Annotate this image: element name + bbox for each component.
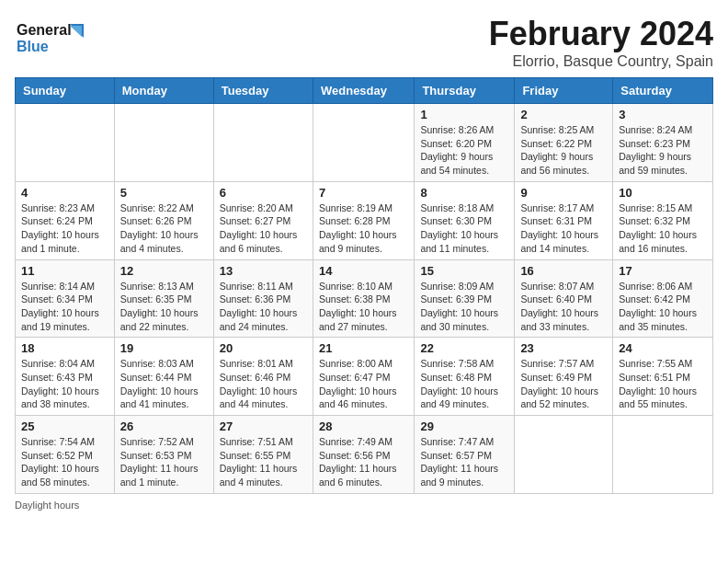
calendar-cell — [515, 416, 613, 494]
calendar-week-row: 11Sunrise: 8:14 AMSunset: 6:34 PMDayligh… — [16, 259, 713, 338]
day-info: Sunrise: 7:55 AMSunset: 6:51 PMDaylight:… — [619, 357, 707, 411]
svg-text:General: General — [17, 22, 72, 38]
calendar-cell: 7Sunrise: 8:19 AMSunset: 6:28 PMDaylight… — [313, 181, 414, 259]
calendar-day-header: Wednesday — [313, 78, 414, 104]
calendar-cell — [16, 104, 115, 182]
day-number: 7 — [319, 186, 408, 200]
calendar-cell: 28Sunrise: 7:49 AMSunset: 6:56 PMDayligh… — [313, 416, 414, 494]
page-subtitle: Elorrio, Basque Country, Spain — [489, 53, 713, 70]
calendar-day-header: Saturday — [613, 78, 713, 104]
calendar-cell: 23Sunrise: 7:57 AMSunset: 6:49 PMDayligh… — [515, 338, 613, 416]
calendar-cell: 4Sunrise: 8:23 AMSunset: 6:24 PMDaylight… — [16, 181, 115, 259]
calendar-cell: 29Sunrise: 7:47 AMSunset: 6:57 PMDayligh… — [415, 416, 515, 494]
day-info: Sunrise: 8:26 AMSunset: 6:20 PMDaylight:… — [420, 123, 508, 178]
day-info: Sunrise: 7:52 AMSunset: 6:53 PMDaylight:… — [120, 435, 208, 489]
day-number: 3 — [619, 108, 707, 121]
calendar-day-header: Thursday — [415, 78, 515, 104]
calendar-cell: 21Sunrise: 8:00 AMSunset: 6:47 PMDayligh… — [313, 338, 414, 416]
day-number: 24 — [619, 341, 707, 355]
day-info: Sunrise: 8:15 AMSunset: 6:32 PMDaylight:… — [619, 201, 707, 256]
day-number: 17 — [619, 264, 707, 278]
day-info: Sunrise: 8:20 AMSunset: 6:27 PMDaylight:… — [220, 201, 307, 256]
day-number: 4 — [21, 186, 108, 200]
day-info: Sunrise: 8:07 AMSunset: 6:40 PMDaylight:… — [520, 280, 607, 334]
calendar-day-header: Tuesday — [213, 78, 313, 104]
calendar-cell: 24Sunrise: 7:55 AMSunset: 6:51 PMDayligh… — [613, 338, 713, 416]
day-info: Sunrise: 7:49 AMSunset: 6:56 PMDaylight:… — [319, 435, 408, 489]
calendar-week-row: 25Sunrise: 7:54 AMSunset: 6:52 PMDayligh… — [16, 416, 713, 494]
day-number: 26 — [120, 419, 208, 433]
calendar-header-row: SundayMondayTuesdayWednesdayThursdayFrid… — [16, 78, 713, 104]
day-info: Sunrise: 8:04 AMSunset: 6:43 PMDaylight:… — [21, 357, 108, 411]
calendar-cell: 8Sunrise: 8:18 AMSunset: 6:30 PMDaylight… — [415, 181, 515, 259]
day-number: 22 — [420, 341, 508, 355]
day-number: 9 — [520, 186, 607, 200]
day-number: 11 — [21, 264, 108, 278]
calendar-cell: 3Sunrise: 8:24 AMSunset: 6:23 PMDaylight… — [613, 104, 713, 182]
calendar-week-row: 4Sunrise: 8:23 AMSunset: 6:24 PMDaylight… — [16, 181, 713, 259]
calendar-week-row: 1Sunrise: 8:26 AMSunset: 6:20 PMDaylight… — [16, 104, 713, 182]
day-number: 28 — [319, 419, 408, 433]
calendar-cell — [613, 416, 713, 494]
day-number: 18 — [21, 341, 108, 355]
calendar-cell: 18Sunrise: 8:04 AMSunset: 6:43 PMDayligh… — [16, 338, 115, 416]
calendar-cell — [213, 104, 313, 182]
calendar-cell: 6Sunrise: 8:20 AMSunset: 6:27 PMDaylight… — [213, 181, 313, 259]
calendar-cell: 22Sunrise: 7:58 AMSunset: 6:48 PMDayligh… — [415, 338, 515, 416]
day-info: Sunrise: 7:51 AMSunset: 6:55 PMDaylight:… — [220, 435, 307, 489]
day-info: Sunrise: 7:47 AMSunset: 6:57 PMDaylight:… — [420, 435, 508, 489]
footer-note: Daylight hours — [15, 500, 713, 511]
day-number: 14 — [319, 264, 408, 278]
day-number: 15 — [420, 264, 508, 278]
calendar-cell: 20Sunrise: 8:01 AMSunset: 6:46 PMDayligh… — [213, 338, 313, 416]
day-info: Sunrise: 8:09 AMSunset: 6:39 PMDaylight:… — [420, 280, 508, 334]
calendar-cell: 26Sunrise: 7:52 AMSunset: 6:53 PMDayligh… — [114, 416, 213, 494]
day-info: Sunrise: 8:18 AMSunset: 6:30 PMDaylight:… — [420, 201, 508, 256]
calendar-cell: 10Sunrise: 8:15 AMSunset: 6:32 PMDayligh… — [613, 181, 713, 259]
day-info: Sunrise: 7:54 AMSunset: 6:52 PMDaylight:… — [21, 435, 108, 489]
day-info: Sunrise: 8:17 AMSunset: 6:31 PMDaylight:… — [520, 201, 607, 256]
day-info: Sunrise: 8:03 AMSunset: 6:44 PMDaylight:… — [120, 357, 208, 411]
logo-icon: General Blue — [15, 15, 88, 61]
logo-area: General Blue — [15, 15, 88, 64]
calendar-cell: 17Sunrise: 8:06 AMSunset: 6:42 PMDayligh… — [613, 259, 713, 338]
header: General Blue February 2024 Elorrio, Basq… — [15, 15, 713, 70]
calendar-cell: 15Sunrise: 8:09 AMSunset: 6:39 PMDayligh… — [415, 259, 515, 338]
day-info: Sunrise: 8:13 AMSunset: 6:35 PMDaylight:… — [120, 280, 208, 334]
calendar-cell: 11Sunrise: 8:14 AMSunset: 6:34 PMDayligh… — [16, 259, 115, 338]
calendar-cell: 1Sunrise: 8:26 AMSunset: 6:20 PMDaylight… — [415, 104, 515, 182]
calendar-table: SundayMondayTuesdayWednesdayThursdayFrid… — [15, 77, 713, 494]
calendar-day-header: Friday — [515, 78, 613, 104]
calendar-cell — [114, 104, 213, 182]
title-area: February 2024 Elorrio, Basque Country, S… — [489, 15, 713, 70]
day-number: 6 — [220, 186, 307, 200]
day-number: 5 — [120, 186, 208, 200]
day-info: Sunrise: 8:23 AMSunset: 6:24 PMDaylight:… — [21, 201, 108, 256]
day-number: 29 — [420, 419, 508, 433]
calendar-cell — [313, 104, 414, 182]
calendar-cell: 9Sunrise: 8:17 AMSunset: 6:31 PMDaylight… — [515, 181, 613, 259]
calendar-cell: 25Sunrise: 7:54 AMSunset: 6:52 PMDayligh… — [16, 416, 115, 494]
calendar-cell: 13Sunrise: 8:11 AMSunset: 6:36 PMDayligh… — [213, 259, 313, 338]
calendar-cell: 12Sunrise: 8:13 AMSunset: 6:35 PMDayligh… — [114, 259, 213, 338]
day-number: 12 — [120, 264, 208, 278]
calendar-week-row: 18Sunrise: 8:04 AMSunset: 6:43 PMDayligh… — [16, 338, 713, 416]
calendar-cell: 16Sunrise: 8:07 AMSunset: 6:40 PMDayligh… — [515, 259, 613, 338]
day-number: 19 — [120, 341, 208, 355]
day-number: 27 — [220, 419, 307, 433]
svg-marker-3 — [70, 26, 82, 37]
day-info: Sunrise: 7:57 AMSunset: 6:49 PMDaylight:… — [520, 357, 607, 411]
day-info: Sunrise: 8:22 AMSunset: 6:26 PMDaylight:… — [120, 201, 208, 256]
day-info: Sunrise: 8:06 AMSunset: 6:42 PMDaylight:… — [619, 280, 707, 334]
logo: General Blue — [15, 15, 88, 64]
day-info: Sunrise: 8:14 AMSunset: 6:34 PMDaylight:… — [21, 280, 108, 334]
day-number: 21 — [319, 341, 408, 355]
calendar-day-header: Monday — [114, 78, 213, 104]
day-number: 20 — [220, 341, 307, 355]
day-number: 1 — [420, 108, 508, 121]
day-info: Sunrise: 8:25 AMSunset: 6:22 PMDaylight:… — [520, 123, 607, 178]
day-info: Sunrise: 8:01 AMSunset: 6:46 PMDaylight:… — [220, 357, 307, 411]
day-info: Sunrise: 7:58 AMSunset: 6:48 PMDaylight:… — [420, 357, 508, 411]
day-info: Sunrise: 8:00 AMSunset: 6:47 PMDaylight:… — [319, 357, 408, 411]
day-number: 23 — [520, 341, 607, 355]
